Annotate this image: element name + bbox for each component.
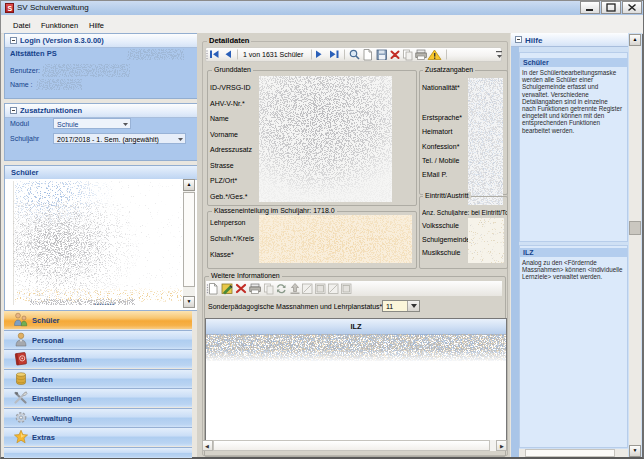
svg-text:1 von 1631 Schüler: 1 von 1631 Schüler xyxy=(243,51,304,58)
